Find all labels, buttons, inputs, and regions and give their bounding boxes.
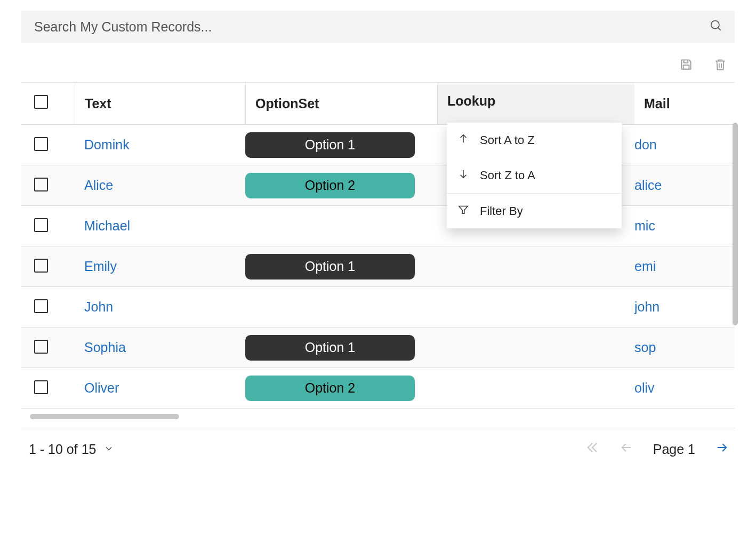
row-checkbox[interactable]	[34, 218, 48, 232]
row-checkbox[interactable]	[34, 259, 48, 273]
optionset-badge: Option 1	[245, 132, 415, 158]
row-text-link[interactable]: Michael	[75, 218, 130, 233]
row-checkbox[interactable]	[34, 137, 48, 151]
table-row[interactable]: DominkOption 1Bdon	[21, 125, 735, 165]
row-mail-link[interactable]: alice	[634, 178, 662, 193]
svg-point-0	[711, 21, 719, 29]
row-text-link[interactable]: Domink	[75, 137, 130, 152]
optionset-badge: Option 1	[245, 335, 415, 361]
pager-prev-icon[interactable]	[619, 440, 634, 458]
filter-icon	[457, 204, 469, 219]
row-mail-link[interactable]: sop	[634, 340, 656, 355]
table-row[interactable]: OliverOption 2oliv	[21, 368, 735, 409]
row-text-link[interactable]: John	[75, 299, 113, 314]
row-checkbox[interactable]	[34, 299, 48, 313]
search-input[interactable]	[33, 19, 709, 35]
vertical-scrollbar[interactable]	[733, 123, 738, 325]
table-row[interactable]: EmilyOption 1emi	[21, 246, 735, 287]
row-text-link[interactable]: Emily	[75, 259, 117, 274]
search-bar[interactable]	[21, 11, 735, 43]
row-text-link[interactable]: Alice	[75, 178, 113, 193]
row-checkbox[interactable]	[34, 340, 48, 354]
horizontal-scrollbar-thumb[interactable]	[30, 414, 179, 419]
delete-icon[interactable]	[713, 58, 727, 74]
table-row[interactable]: Michaelmic	[21, 206, 735, 246]
menu-sort-desc-label: Sort Z to A	[480, 169, 535, 182]
svg-line-1	[718, 28, 721, 30]
row-checkbox[interactable]	[34, 178, 48, 191]
menu-filter-by[interactable]: Filter By	[447, 193, 622, 228]
row-mail-link[interactable]: oliv	[634, 380, 655, 395]
pager-range[interactable]: 1 - 10 of 15	[29, 442, 96, 457]
menu-sort-desc[interactable]: Sort Z to A	[447, 158, 622, 193]
header-mail-label: Mail	[644, 96, 670, 111]
header-text[interactable]: Text	[75, 83, 245, 125]
svg-rect-2	[683, 65, 689, 69]
row-checkbox[interactable]	[34, 380, 48, 394]
svg-marker-7	[459, 206, 468, 213]
pager-first-icon[interactable]	[585, 440, 600, 458]
optionset-badge: Option 2	[245, 376, 415, 401]
pager: 1 - 10 of 15 Page 1	[21, 428, 735, 458]
table-row[interactable]: Johnjohn	[21, 287, 735, 328]
header-checkbox-cell	[21, 83, 75, 125]
row-mail-link[interactable]: mic	[634, 218, 655, 233]
header-row: Text OptionSet Lookup Mail	[21, 83, 735, 125]
row-text-link[interactable]: Sophia	[75, 340, 126, 355]
menu-sort-asc-label: Sort A to Z	[480, 133, 535, 147]
search-icon[interactable]	[709, 19, 723, 35]
header-optionset[interactable]: OptionSet	[245, 83, 437, 125]
horizontal-scrollbar-track[interactable]	[21, 414, 735, 420]
arrow-down-icon	[457, 168, 469, 183]
optionset-badge: Option 1	[245, 254, 415, 280]
table-row[interactable]: AliceOption 2Balice	[21, 165, 735, 206]
chevron-down-icon[interactable]	[103, 442, 114, 457]
row-text-link[interactable]: Oliver	[75, 380, 119, 395]
header-lookup[interactable]: Lookup	[437, 83, 634, 125]
pager-next-icon[interactable]	[714, 440, 729, 458]
header-text-label: Text	[85, 96, 111, 111]
records-grid: Text OptionSet Lookup Mail DominkOption …	[21, 82, 735, 409]
header-optionset-label: OptionSet	[255, 96, 319, 111]
row-mail-link[interactable]: emi	[634, 259, 656, 274]
select-all-checkbox[interactable]	[34, 95, 48, 109]
arrow-up-icon	[457, 133, 469, 148]
row-mail-link[interactable]: don	[634, 137, 657, 152]
column-context-menu: Sort A to Z Sort Z to A Filter By	[447, 123, 622, 228]
pager-page-label: Page 1	[653, 442, 695, 457]
menu-sort-asc[interactable]: Sort A to Z	[447, 123, 622, 158]
header-mail[interactable]: Mail	[634, 83, 735, 125]
row-mail-link[interactable]: john	[634, 299, 660, 314]
grid-toolbar	[21, 43, 735, 82]
menu-filter-by-label: Filter By	[480, 204, 523, 218]
header-lookup-label: Lookup	[447, 93, 495, 109]
table-row[interactable]: SophiaOption 1sop	[21, 328, 735, 368]
save-icon[interactable]	[679, 58, 693, 74]
optionset-badge: Option 2	[245, 173, 415, 198]
